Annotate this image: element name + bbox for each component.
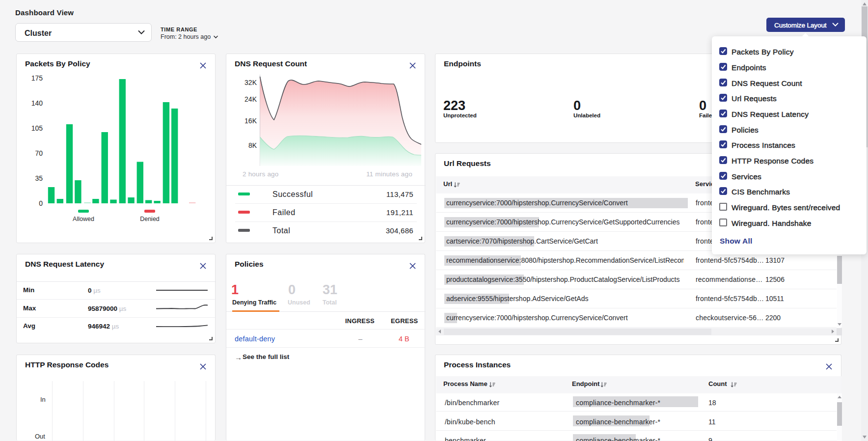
svg-text:24K: 24K (244, 95, 257, 103)
svg-text:105: 105 (31, 124, 43, 132)
svg-text:32K: 32K (244, 79, 257, 86)
svg-text:140: 140 (31, 99, 43, 107)
svg-text:35: 35 (35, 174, 43, 182)
svg-text:8K: 8K (248, 141, 257, 149)
svg-text:16K: 16K (244, 117, 257, 125)
svg-text:175: 175 (31, 74, 43, 82)
svg-text:0: 0 (39, 199, 43, 207)
svg-text:70: 70 (35, 149, 43, 157)
